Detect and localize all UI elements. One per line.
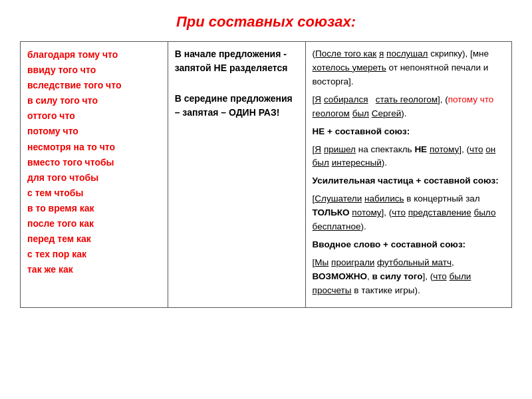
span-ya1: я: [379, 49, 384, 59]
span-tolko: ТОЛЬКО: [313, 207, 350, 217]
list-item: для того чтобы: [27, 170, 161, 186]
span-chto1: что: [469, 144, 483, 154]
span-potomu3: потому: [352, 207, 381, 217]
span-chto2: что: [392, 207, 406, 217]
span-geolog1: геологом: [313, 108, 350, 118]
span-proigrali: проиграли: [331, 257, 374, 267]
right-label-ne: НЕ + составной союз:: [313, 125, 505, 139]
span-ya3: Я: [315, 144, 321, 154]
list-item: вместо того чтобы: [27, 155, 161, 170]
span-futbol: футбольный матч: [377, 257, 452, 267]
column-left: благодаря тому что ввиду того что вследс…: [21, 42, 168, 308]
span-khotel: хотелось умереть: [313, 63, 386, 72]
list-item: с тем чтобы: [27, 186, 161, 201]
column-mid: В начале предложения - запятой НЕ раздел…: [168, 42, 305, 308]
list-item: ввиду того что: [27, 63, 161, 78]
span-v-silu: в силу того: [372, 271, 423, 281]
list-item: с тех пор как: [27, 247, 161, 262]
list-item: вследствие того что: [27, 78, 161, 93]
list-item: в силу того что: [27, 93, 161, 108]
list-item: несмотря на то что: [27, 140, 161, 155]
list-item: перед тем как: [27, 231, 161, 247]
span-bylo: было: [473, 207, 495, 217]
right-example5: [Мы проиграли футбольный матч, ВОЗМОЖНО,…: [313, 256, 505, 298]
list-item: оттого что: [27, 108, 161, 124]
right-example1: (После того как я послушал скрипку), [мн…: [313, 47, 505, 89]
span-posle: После того как: [315, 49, 376, 59]
right-label-vvodnoe: Вводное слово + составной союз:: [313, 238, 505, 252]
main-table: благодаря тому что ввиду того что вследс…: [20, 41, 512, 308]
span-on: он: [485, 144, 495, 154]
span-stat: стать геологом: [376, 94, 438, 104]
span-ne: НЕ: [414, 144, 427, 154]
span-poslushal: послушал: [386, 49, 428, 59]
span-byli: были: [450, 271, 471, 281]
page-title: При составных союзах:: [20, 13, 512, 31]
span-slushateli: Слушатели: [315, 194, 362, 203]
mid-section1-title: В начале предложения - запятой НЕ раздел…: [175, 47, 299, 75]
span-besplatnoe: бесплатное: [313, 221, 361, 231]
right-content: (После того как я послушал скрипку), [мн…: [313, 47, 505, 298]
span-proschety: просчеты: [313, 285, 352, 295]
span-sergey: Сергей: [372, 108, 401, 118]
left-items: благодаря тому что ввиду того что вследс…: [27, 47, 161, 277]
list-item: после того как: [27, 216, 161, 231]
list-item: благодаря тому что: [27, 47, 161, 63]
span-predstavlenie: представление: [408, 207, 471, 217]
span-vozmozhno: ВОЗМОЖНО: [313, 271, 367, 281]
span-my: Мы: [315, 257, 329, 267]
span-chto3: что: [433, 271, 447, 281]
span-nabilisy: набились: [364, 194, 404, 203]
column-right: (После того как я послушал скрипку), [мн…: [305, 42, 511, 308]
right-label-usilenie: Усилительная частица + составной союз:: [313, 174, 505, 188]
list-item: в то время как: [27, 201, 161, 216]
span-potomu2: потому: [430, 144, 459, 154]
span-sobiral: собирался: [324, 94, 368, 104]
span-byl2: был: [313, 158, 329, 168]
mid-section2-title: В середине предложения – запятая – ОДИН …: [175, 92, 299, 120]
right-example2: [Я собирался стать геологом], (потому чт…: [313, 93, 505, 121]
right-example3: [Я пришел на спектакль НЕ потому], (что …: [313, 143, 505, 171]
span-interesting: интересный: [332, 158, 382, 168]
span-ya2: Я: [315, 94, 321, 104]
span-potomu1: потому что: [448, 94, 494, 104]
right-example4: [Слушатели набились в концертный зал ТОЛ…: [313, 192, 505, 234]
span-byl1: был: [352, 108, 369, 118]
list-item: потому что: [27, 124, 161, 139]
list-item: так же как: [27, 262, 161, 277]
span-prishel: пришел: [324, 144, 356, 154]
